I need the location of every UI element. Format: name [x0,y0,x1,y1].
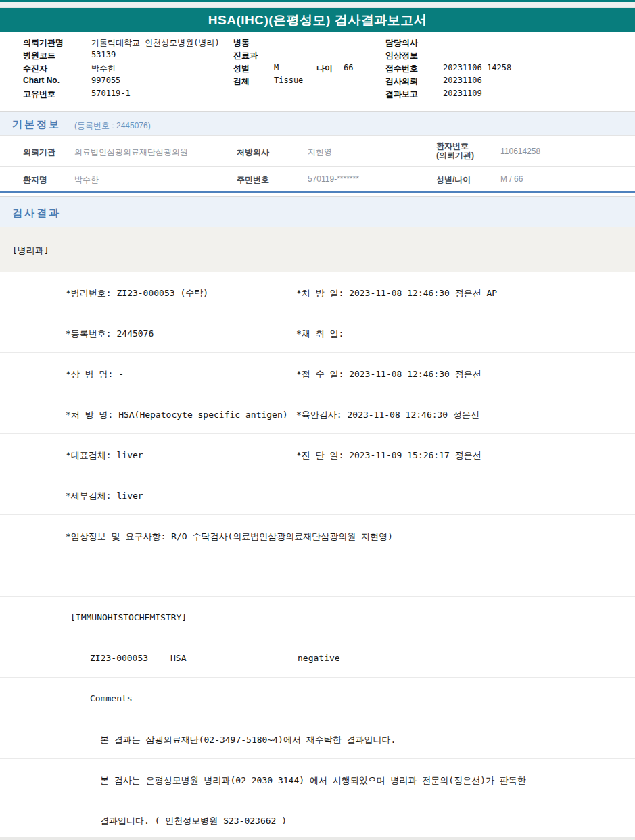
ward-label: 병동 [233,37,250,49]
resident-no-label: 주민번호 [237,174,269,186]
receipt-no-value: 20231106-14258 [443,63,511,72]
table-row: 환자명 박수한 주민번호 570119-******* 성별/나이 M / 66 [0,166,635,191]
comments-header-row: Comments [0,678,635,718]
gross-exam-field: *육안검사: 2023-11-08 12:46:30 정은선 [296,409,479,421]
hosp-code-value: 53139 [91,50,116,59]
department-row: [병리과] [0,227,635,272]
report-title: HSA(IHC)(은평성모) 검사결과보고서 [0,8,635,32]
result-field-row: *상 병 명: - *접 수 일: 2023-11-08 12:46:30 정은… [0,353,635,393]
chart-no-label: Chart No. [23,76,60,85]
patient-no-value: 110614258 [500,147,540,156]
results-title: 검사결과 [12,207,61,220]
report-date-value: 20231109 [443,89,482,98]
receipt-date-field: *접 수 일: 2023-11-08 12:46:30 정은선 [296,368,481,380]
ihc-result-row: ZI23-000053 HSA negative [0,637,635,678]
prescription-date-field: *처 방 일: 2023-11-08 12:46:30 정은선 AP [296,287,497,299]
basic-info-section-header: 기본정보 (등록번호 : 2445076) [0,111,635,135]
basic-info-table: 의뢰기관 의료법인삼광의료재단삼광의원 처방의사 지현영 환자번호(의뢰기관) … [0,135,635,193]
disease-name-field: *상 병 명: - [66,368,124,380]
requesting-org-label: 의뢰기관 [23,147,55,158]
clinical-request-field: *임상정보 및 요구사항: R/O 수탁검사(의료법인삼광의료재단삼광의원-지현… [66,530,393,543]
comment-line: 결과입니다. ( 인천성모병원 S23-023662 ) [100,815,287,827]
basic-info-title: 기본정보 [12,118,61,131]
org-label: 의뢰기관명 [23,37,64,49]
request-date-label: 검사의뢰 [385,76,418,87]
requesting-org-value: 의료법인삼광의료재단삼광의원 [74,147,188,158]
specimen-value: Tissue [274,76,303,85]
chart-no-value: 997055 [91,76,120,85]
receipt-no-label: 접수번호 [385,63,418,74]
sex-age-label: 성별/나이 [436,174,471,186]
hosp-code-label: 병원코드 [23,50,55,61]
patient-no-label: 환자번호(의뢰기관) [436,141,474,160]
empty-row [0,555,635,597]
result-field-row: *병리번호: ZI23-000053 (수탁) *처 방 일: 2023-11-… [0,272,635,312]
sex-age-value: M / 66 [500,174,523,184]
lab-report-page: { "colors": { "accent_teal": "#087d7d", … [0,0,635,840]
ihc-section-label: [IMMUNOHISTOCHEMISTRY] [70,612,187,622]
order-name-field: *처 방 명: HSA(Hepatocyte specific antigen) [66,409,288,421]
top-gap-strip [0,2,635,8]
resident-no-value: 570119-******* [308,174,359,184]
report-date-label: 결과보고 [385,89,418,100]
age-value: 66 [344,63,353,72]
result-field-row: *등록번호: 2445076 *채 취 일: [0,312,635,353]
patient-value: 박수한 [91,63,116,74]
ihc-section-row: [IMMUNOHISTOCHEMISTRY] [0,597,635,637]
results-section-header: 검사결과 [0,196,635,227]
result-field-row: *임상정보 및 요구사항: R/O 수탁검사(의료법인삼광의료재단삼광의원-지현… [0,515,635,555]
ihc-test-name: HSA [170,653,186,663]
age-label: 나이 [316,63,333,74]
comment-row: 결과입니다. ( 인천성모병원 S23-023662 ) [0,799,635,837]
result-field-row: *세부검체: liver [0,474,635,515]
uid-value: 570119-1 [91,89,131,98]
ihc-specimen-no: ZI23-000053 [90,653,148,663]
pathology-no-field: *병리번호: ZI23-000053 (수탁) [66,287,208,299]
department-label: [병리과] [12,245,49,257]
main-specimen-field: *대표검체: liver [66,449,143,462]
comment-row: 본 검사는 은평성모병원 병리과(02-2030-3144) 에서 시행되었으며… [0,759,635,799]
registration-no-field: *등록번호: 2445076 [66,328,154,340]
prescribing-doctor-label: 처방의사 [237,147,269,158]
patient-name-value: 박수한 [74,174,99,186]
patient-label: 수진자 [23,63,47,74]
sub-specimen-field: *세부검체: liver [66,490,143,502]
patient-no-label-line1: 환자번호 [436,141,469,151]
collection-date-field: *채 취 일: [296,328,344,340]
diagnosis-date-field: *진 단 일: 2023-11-09 15:26:17 정은선 [296,449,481,462]
footer-bar [0,837,635,840]
comment-row: 본 결과는 삼광의료재단(02-3497-5180~4)에서 재수탁한 결과입니… [0,718,635,759]
table-row: 의뢰기관 의료법인삼광의료재단삼광의원 처방의사 지현영 환자번호(의뢰기관) … [0,135,635,166]
attending-doctor-label: 담당의사 [385,37,418,49]
org-value: 가톨릭대학교 인천성모병원(병리) [91,37,220,49]
comments-label: Comments [90,693,133,703]
result-field-row: *처 방 명: HSA(Hepatocyte specific antigen)… [0,393,635,434]
patient-name-label: 환자명 [23,174,47,186]
result-field-row: *대표검체: liver *진 단 일: 2023-11-09 15:26:17… [0,434,635,474]
basic-info-reg-no: (등록번호 : 2445076) [74,120,151,132]
results-area: [병리과] *병리번호: ZI23-000053 (수탁) *처 방 일: 20… [0,227,635,837]
uid-label: 고유번호 [23,89,55,100]
clinical-info-label: 임상정보 [385,50,418,61]
prescribing-doctor-value: 지현영 [308,147,332,158]
dept-label: 진료과 [233,50,258,61]
patient-header-block: 의뢰기관명 가톨릭대학교 인천성모병원(병리) 병원코드 53139 수진자 박… [0,32,635,111]
sex-label: 성별 [233,63,250,74]
patient-no-label-line2: (의뢰기관) [436,151,474,160]
request-date-value: 20231106 [443,76,482,85]
sex-value: M [274,63,279,72]
comment-line: 본 검사는 은평성모병원 병리과(02-2030-3144) 에서 시행되었으며… [100,774,526,787]
specimen-label: 검체 [233,76,250,87]
comment-line: 본 결과는 삼광의료재단(02-3497-5180~4)에서 재수탁한 결과입니… [100,734,396,746]
ihc-result-value: negative [298,653,340,663]
